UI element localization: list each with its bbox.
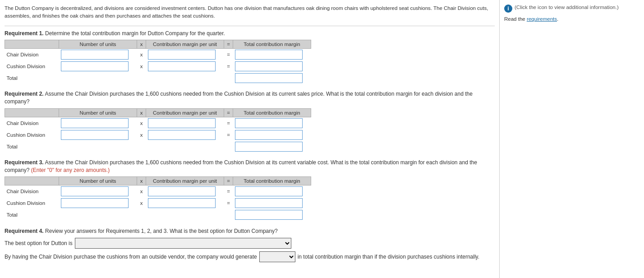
- req3-total-margin-spacer: [146, 209, 224, 221]
- requirements-link[interactable]: requirements: [527, 16, 557, 22]
- info-icon[interactable]: i: [504, 5, 512, 13]
- req1-header-total: Total contribution margin: [233, 40, 311, 49]
- req3-header-units: Number of units: [59, 177, 137, 185]
- req1-chair-label: Chair Division: [5, 49, 59, 61]
- req2-chair-units-cell: [59, 117, 137, 129]
- req3-chair-op1: x: [137, 185, 146, 198]
- req1-total-units-spacer: [59, 72, 137, 84]
- req1-total-label: Total: [5, 72, 59, 84]
- req2-total-units-spacer: [59, 141, 137, 153]
- req1-cushion-units-input[interactable]: [61, 61, 129, 71]
- req2-header-op1: x: [137, 108, 146, 117]
- req1-total-value-cell: [233, 72, 311, 84]
- req2-cushion-units-input[interactable]: [61, 130, 129, 140]
- req1-chair-total-input[interactable]: [235, 50, 303, 60]
- req1-chair-units-cell: [59, 49, 137, 61]
- req2-cushion-row: Cushion Division x =: [5, 129, 311, 141]
- req3-chair-total-cell: [233, 185, 311, 198]
- req3-total-value-cell: [233, 209, 311, 221]
- req3-cushion-units-input[interactable]: [61, 198, 129, 208]
- req1-cushion-total-input[interactable]: [235, 61, 303, 71]
- req1-cushion-label: Cushion Division: [5, 60, 59, 72]
- req1-cushion-row: Cushion Division x =: [5, 60, 311, 72]
- requirement-4-section: Requirement 4. Review your answers for R…: [5, 227, 495, 249]
- req3-chair-margin-input[interactable]: [148, 186, 216, 196]
- right-panel: i (Click the icon to view additional inf…: [500, 0, 644, 278]
- req3-chair-row: Chair Division x =: [5, 185, 311, 198]
- req2-cushion-margin-input[interactable]: [148, 130, 216, 140]
- req3-total-op2-spacer: [224, 209, 233, 221]
- req2-header-op2: =: [224, 108, 233, 117]
- req4-best-option-select[interactable]: Requirement 1 (market price) Requirement…: [75, 238, 291, 249]
- req3-chair-units-cell: [59, 185, 137, 198]
- req2-header-empty: [5, 108, 59, 117]
- req2-total-value-input[interactable]: [235, 142, 303, 152]
- req2-chair-units-input[interactable]: [61, 118, 129, 128]
- req3-header-margin: Contribution margin per unit: [146, 177, 224, 185]
- req1-cushion-total-cell: [233, 60, 311, 72]
- req2-chair-margin-cell: [146, 117, 224, 129]
- req2-header-margin: Contribution margin per unit: [146, 108, 224, 117]
- req1-total-value-input[interactable]: [235, 73, 303, 83]
- req3-total-label: Total: [5, 209, 59, 221]
- req3-cushion-margin-input[interactable]: [148, 198, 216, 208]
- req3-title: Requirement 3. Assume the Chair Division…: [5, 159, 495, 174]
- read-requirements-line: Read the requirements.: [504, 16, 639, 22]
- req3-cushion-total-input[interactable]: [235, 198, 303, 208]
- req3-total-op1-spacer: [137, 209, 146, 221]
- req1-table: Number of units x Contribution margin pe…: [5, 40, 311, 84]
- req2-chair-total-cell: [233, 117, 311, 129]
- req2-chair-margin-input[interactable]: [148, 118, 216, 128]
- info-box: i (Click the icon to view additional inf…: [504, 5, 639, 13]
- requirement-2-section: Requirement 2. Assume the Chair Division…: [5, 90, 495, 153]
- req1-total-op2-spacer: [224, 72, 233, 84]
- req1-chair-total-cell: [233, 49, 311, 61]
- req3-total-value-input[interactable]: [235, 210, 303, 220]
- req2-chair-total-input[interactable]: [235, 118, 303, 128]
- req1-chair-row: Chair Division x =: [5, 49, 311, 61]
- req2-total-margin-spacer: [146, 141, 224, 153]
- req3-chair-label: Chair Division: [5, 185, 59, 198]
- req1-cushion-margin-input[interactable]: [148, 61, 216, 71]
- req3-chair-total-input[interactable]: [235, 186, 303, 196]
- req2-total-row: Total: [5, 141, 311, 153]
- req3-cushion-units-cell: [59, 197, 137, 209]
- req5-comparison-select[interactable]: more less the same: [259, 251, 295, 262]
- req3-chair-units-input[interactable]: [61, 186, 129, 196]
- req2-chair-op1: x: [137, 117, 146, 129]
- req3-total-units-spacer: [59, 209, 137, 221]
- info-click-text: (Click the icon to view additional infor…: [515, 5, 619, 10]
- req5-text-after: in total contribution margin than if the…: [298, 252, 479, 262]
- req4-dropdown-line: The best option for Dutton is Requiremen…: [5, 238, 495, 249]
- req1-title: Requirement 1. Determine the total contr…: [5, 30, 495, 37]
- req1-total-margin-spacer: [146, 72, 224, 84]
- req1-total-row: Total: [5, 72, 311, 84]
- req3-cushion-margin-cell: [146, 197, 224, 209]
- req1-cushion-op2: =: [224, 60, 233, 72]
- req1-chair-margin-input[interactable]: [148, 50, 216, 60]
- requirement-1-section: Requirement 1. Determine the total contr…: [5, 30, 495, 84]
- req2-cushion-total-input[interactable]: [235, 130, 303, 140]
- req3-header-op1: x: [137, 177, 146, 185]
- req1-cushion-units-cell: [59, 60, 137, 72]
- req5-text-before: By having the Chair Division purchase th…: [5, 252, 257, 262]
- req2-total-op2-spacer: [224, 141, 233, 153]
- req1-chair-margin-cell: [146, 49, 224, 61]
- req2-chair-row: Chair Division x =: [5, 117, 311, 129]
- req1-chair-op1: x: [137, 49, 146, 61]
- req2-chair-label: Chair Division: [5, 117, 59, 129]
- intro-text: The Dutton Company is decentralized, and…: [5, 5, 495, 20]
- req3-cushion-op1: x: [137, 197, 146, 209]
- req1-chair-op2: =: [224, 49, 233, 61]
- req1-header-empty: [5, 40, 59, 49]
- req3-chair-op2: =: [224, 185, 233, 198]
- req4-title: Requirement 4. Review your answers for R…: [5, 227, 495, 235]
- req1-chair-units-input[interactable]: [61, 50, 129, 60]
- req3-cushion-label: Cushion Division: [5, 197, 59, 209]
- req4-best-option-label: The best option for Dutton is: [5, 240, 73, 246]
- req3-total-row: Total: [5, 209, 311, 221]
- req1-header-margin: Contribution margin per unit: [146, 40, 224, 49]
- req2-header-units: Number of units: [59, 108, 137, 117]
- req3-table: Number of units x Contribution margin pe…: [5, 176, 311, 221]
- req3-header-total: Total contribution margin: [233, 177, 311, 185]
